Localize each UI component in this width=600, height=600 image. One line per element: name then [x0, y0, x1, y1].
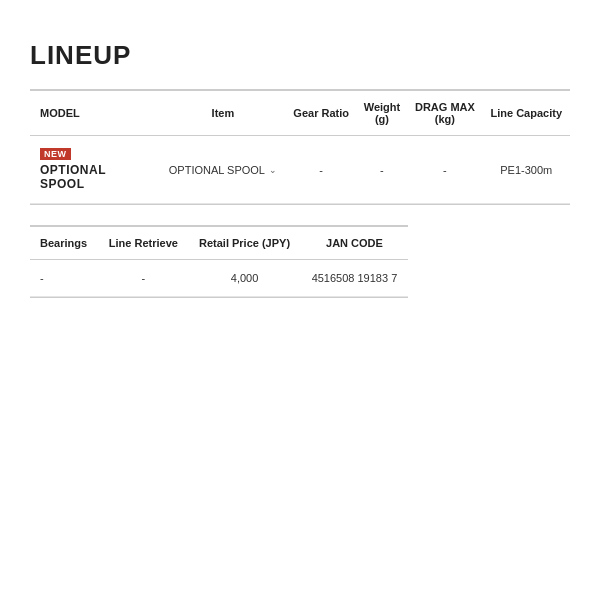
col-jan-code: JAN CODE	[301, 227, 408, 260]
jan-code-cell: 4516508 19183 7	[301, 260, 408, 297]
gear-ratio-cell: -	[286, 136, 357, 204]
col-weight: Weight(g)	[357, 91, 408, 136]
main-table: MODEL Item Gear Ratio Weight(g) DRAG MAX…	[30, 91, 570, 204]
model-label: NEW OPTIONAL SPOOL	[40, 148, 154, 191]
page-title: LINEUP	[30, 40, 570, 71]
col-model: MODEL	[30, 91, 160, 136]
retail-price-cell: 4,000	[188, 260, 301, 297]
bearings-cell: -	[30, 260, 99, 297]
main-table-header-row: MODEL Item Gear Ratio Weight(g) DRAG MAX…	[30, 91, 570, 136]
model-cell: NEW OPTIONAL SPOOL	[30, 136, 160, 204]
second-table-wrapper: Bearings Line Retrieve Retail Price (JPY…	[30, 225, 408, 298]
col-bearings: Bearings	[30, 227, 99, 260]
second-table-header-row: Bearings Line Retrieve Retail Price (JPY…	[30, 227, 408, 260]
item-text: OPTIONAL SPOOL	[169, 164, 265, 176]
drag-max-cell: -	[407, 136, 482, 204]
table-row: - - 4,000 4516508 19183 7	[30, 260, 408, 297]
item-cell: OPTIONAL SPOOL ⌄	[160, 136, 286, 204]
col-drag-max: DRAG MAX(kg)	[407, 91, 482, 136]
page-container: LINEUP MODEL Item Gear Ratio Weight(g) D…	[0, 0, 600, 328]
line-capacity-cell: PE1-300m	[483, 136, 570, 204]
line-retrieve-cell: -	[99, 260, 189, 297]
col-gear-ratio: Gear Ratio	[286, 91, 357, 136]
second-table: Bearings Line Retrieve Retail Price (JPY…	[30, 227, 408, 297]
weight-cell: -	[357, 136, 408, 204]
table-row: NEW OPTIONAL SPOOL OPTIONAL SPOOL ⌄ - - …	[30, 136, 570, 204]
col-retail-price: Retail Price (JPY)	[188, 227, 301, 260]
model-name: OPTIONAL SPOOL	[40, 163, 154, 191]
new-badge: NEW	[40, 148, 71, 160]
col-line-retrieve: Line Retrieve	[99, 227, 189, 260]
col-line-capacity: Line Capacity	[483, 91, 570, 136]
main-table-wrapper: MODEL Item Gear Ratio Weight(g) DRAG MAX…	[30, 89, 570, 205]
col-item: Item	[160, 91, 286, 136]
chevron-down-icon[interactable]: ⌄	[269, 165, 277, 175]
